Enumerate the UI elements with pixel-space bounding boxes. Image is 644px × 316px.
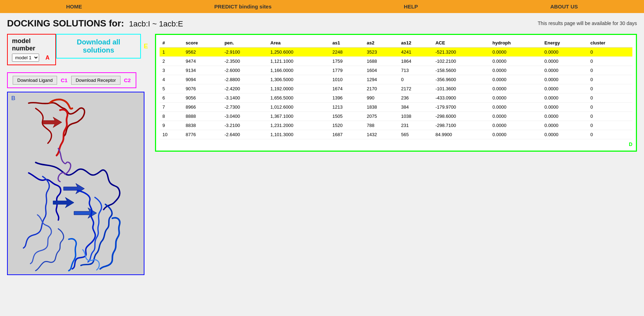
table-row[interactable]: 19562-2.91001,250.6000224835234241-521.3… xyxy=(160,48,632,57)
cell-Energy: 0.0000 xyxy=(541,121,587,130)
cell-as12: 231 xyxy=(398,121,432,130)
cell-Area: 1,231.2000 xyxy=(268,121,330,130)
cell-Energy: 0.0000 xyxy=(541,66,587,75)
table-row[interactable]: 59076-2.42001,192.0000167421702172-101.3… xyxy=(160,84,632,93)
cell-hydroph: 0.0000 xyxy=(490,103,542,112)
download-all-wrapper: Download all solutions E xyxy=(56,34,148,59)
cell-hydroph: 0.0000 xyxy=(490,57,542,66)
cell-Area: 1,250.6000 xyxy=(268,48,330,57)
protein-visualization xyxy=(8,92,144,274)
cell-as2: 1604 xyxy=(364,66,398,75)
left-panel: model number model 1model 2model 3 A Dow… xyxy=(7,34,148,275)
cell-hydroph: 0.0000 xyxy=(490,130,542,139)
table-header: #scorepen.Areaas1as2as12ACEhydrophEnergy… xyxy=(160,38,632,48)
cell-cluster: 0 xyxy=(588,57,632,66)
cell-ACE: -179.9700 xyxy=(433,103,490,112)
table-row[interactable]: 108776-2.64001,101.30001687143256584.990… xyxy=(160,130,632,139)
page-title: DOCKING SOLUTIONS for: xyxy=(7,18,124,29)
cell-as12: 1864 xyxy=(398,57,432,66)
col-header-as1: as1 xyxy=(329,38,364,48)
viewer-box: B xyxy=(7,92,144,275)
cell-Energy: 0.0000 xyxy=(541,84,587,93)
cell-as12: 2172 xyxy=(398,84,432,93)
cell-cluster: 0 xyxy=(588,66,632,75)
model-number-box: model number model 1model 2model 3 A xyxy=(7,34,56,65)
nav-item-about-us[interactable]: ABOUT US xyxy=(547,3,581,10)
nav-item-home[interactable]: HOME xyxy=(63,3,86,10)
right-panel: #scorepen.Areaas1as2as12ACEhydrophEnergy… xyxy=(155,34,637,275)
table-row[interactable]: 88888-3.04001,367.1000150520751038-298.6… xyxy=(160,112,632,121)
cell-pen.: -2.6000 xyxy=(222,66,267,75)
download-all-e-label: E xyxy=(144,43,148,50)
cell-score: 8888 xyxy=(183,112,222,121)
col-header-hydroph: hydroph xyxy=(490,38,542,48)
cell-#: 1 xyxy=(160,48,183,57)
cell-as2: 1432 xyxy=(364,130,398,139)
cell-pen.: -2.4200 xyxy=(222,84,267,93)
table-row[interactable]: 78966-2.73001,012.600012131838384-179.97… xyxy=(160,103,632,112)
cell-score: 8966 xyxy=(183,103,222,112)
c2-label: C2 xyxy=(124,77,131,83)
cell-Energy: 0.0000 xyxy=(541,48,587,57)
cell-Energy: 0.0000 xyxy=(541,130,587,139)
navbar: HOMEPREDICT binding sitesHELPABOUT US xyxy=(0,0,644,13)
cell-ACE: 84.9900 xyxy=(433,130,490,139)
cell-as12: 713 xyxy=(398,66,432,75)
cell-ACE: -158.5600 xyxy=(433,66,490,75)
col-header-ACE: ACE xyxy=(433,38,490,48)
c1-label: C1 xyxy=(61,77,67,83)
cell-as2: 990 xyxy=(364,93,398,103)
cell-as1: 2248 xyxy=(329,48,364,57)
cell-as12: 0 xyxy=(398,75,432,84)
cell-Area: 1,166.0000 xyxy=(268,66,330,75)
cell-pen.: -2.9100 xyxy=(222,48,267,57)
cell-#: 2 xyxy=(160,57,183,66)
cell-pen.: -2.7300 xyxy=(222,103,267,112)
download-receptor-button[interactable]: Download Receptor xyxy=(71,76,120,85)
cell-Area: 1,101.3000 xyxy=(268,130,330,139)
cell-Energy: 0.0000 xyxy=(541,75,587,84)
table-row[interactable]: 29474-2.35001,121.1000175916881864-102.2… xyxy=(160,57,632,66)
cell-as1: 1779 xyxy=(329,66,364,75)
cell-cluster: 0 xyxy=(588,48,632,57)
results-table: #scorepen.Areaas1as2as12ACEhydrophEnergy… xyxy=(160,38,632,139)
table-row[interactable]: 69056-3.14001,656.50001396990236-433.090… xyxy=(160,93,632,103)
col-header-Area: Area xyxy=(268,38,330,48)
cell-Area: 1,012.6000 xyxy=(268,103,330,112)
cell-as12: 236 xyxy=(398,93,432,103)
cell-as1: 1505 xyxy=(329,112,364,121)
cell-ACE: -356.9600 xyxy=(433,75,490,84)
docking-target: 1acb:I ~ 1acb:E xyxy=(129,19,183,29)
table-row[interactable]: 98838-3.21001,231.20001520788231-298.710… xyxy=(160,121,632,130)
nav-item-predict-binding-sites[interactable]: PREDICT binding sites xyxy=(211,3,275,10)
cell-hydroph: 0.0000 xyxy=(490,112,542,121)
model-select[interactable]: model 1model 2model 3 xyxy=(12,54,39,62)
cell-ACE: -298.6000 xyxy=(433,112,490,121)
cell-Energy: 0.0000 xyxy=(541,103,587,112)
cell-cluster: 0 xyxy=(588,75,632,84)
availability-note: This results page will be available for … xyxy=(538,20,637,27)
cell-#: 4 xyxy=(160,75,183,84)
table-row[interactable]: 49094-2.88001,306.5000101012940-356.9600… xyxy=(160,75,632,84)
cell-Area: 1,367.1000 xyxy=(268,112,330,121)
cell-hydroph: 0.0000 xyxy=(490,48,542,57)
col-header-#: # xyxy=(160,38,183,48)
cell-cluster: 0 xyxy=(588,93,632,103)
cell-as1: 1759 xyxy=(329,57,364,66)
cell-#: 6 xyxy=(160,93,183,103)
cell-ACE: -521.3200 xyxy=(433,48,490,57)
nav-item-help[interactable]: HELP xyxy=(400,3,421,10)
download-ligand-button[interactable]: Download Ligand xyxy=(13,76,57,85)
cell-hydroph: 0.0000 xyxy=(490,75,542,84)
cell-as1: 1520 xyxy=(329,121,364,130)
col-header-as2: as2 xyxy=(364,38,398,48)
download-all-button[interactable]: Download all solutions xyxy=(56,34,141,59)
cell-pen.: -3.1400 xyxy=(222,93,267,103)
cell-as2: 1688 xyxy=(364,57,398,66)
col-header-as12: as12 xyxy=(398,38,432,48)
table-row[interactable]: 39134-2.60001,166.000017791604713-158.56… xyxy=(160,66,632,75)
cell-ACE: -433.0900 xyxy=(433,93,490,103)
main-content: model number model 1model 2model 3 A Dow… xyxy=(0,30,644,279)
cell-as12: 384 xyxy=(398,103,432,112)
results-box: #scorepen.Areaas1as2as12ACEhydrophEnergy… xyxy=(155,34,637,152)
